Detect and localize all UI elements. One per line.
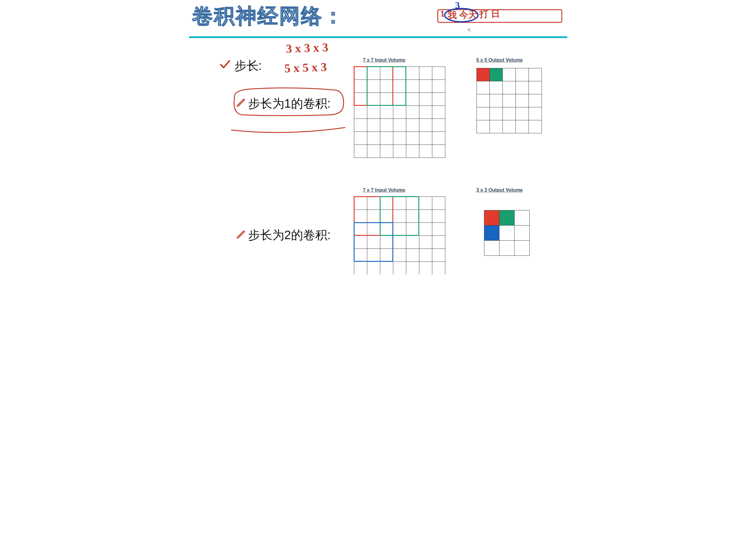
grid-cell — [406, 262, 419, 274]
grid-cell — [476, 107, 490, 120]
grid-cell — [380, 145, 393, 158]
kernel-blue — [354, 222, 393, 262]
grid-cell — [529, 107, 542, 120]
grid-cell — [406, 236, 419, 249]
filled-cell — [489, 68, 503, 81]
grid-cell — [393, 236, 406, 249]
grid-cell — [515, 107, 529, 120]
grid-cell — [354, 132, 367, 145]
grid-cell — [393, 119, 406, 132]
grid-cell — [419, 249, 432, 262]
grid-cell — [502, 94, 516, 107]
grid-cell — [432, 145, 445, 158]
grid-cell — [406, 145, 419, 158]
grid-cell — [514, 210, 530, 226]
grid-cell — [406, 80, 419, 93]
grid-cell — [432, 132, 445, 145]
grid-cell — [419, 106, 432, 119]
title-underline — [189, 36, 567, 38]
grid-cell — [393, 106, 406, 119]
filled-cell — [476, 68, 490, 81]
grid-cell — [432, 80, 445, 93]
filled-cell — [499, 210, 515, 226]
grid-cell — [502, 120, 516, 133]
grid-cell — [529, 81, 542, 94]
grid-cell — [476, 81, 490, 94]
grid-cell — [432, 106, 445, 119]
grid-cell — [432, 262, 445, 274]
bullet-stride2: 步长为2的卷积: — [248, 227, 331, 244]
grid-cell — [489, 107, 503, 120]
grid-cell — [502, 107, 516, 120]
grid-cell — [380, 119, 393, 132]
grid-cell — [514, 240, 530, 256]
grid-cell — [367, 119, 380, 132]
grid-cell — [489, 94, 503, 107]
grid-cell — [499, 240, 515, 256]
grid-cell — [406, 249, 419, 262]
grid-cell — [406, 132, 419, 145]
grid-cell — [432, 67, 445, 80]
grid-cell — [354, 119, 367, 132]
grid-input-7x7-a — [354, 67, 445, 158]
grid-cell — [515, 94, 529, 107]
page-title: 卷积神经网络： — [192, 2, 345, 30]
kernel-green — [367, 66, 406, 106]
grid-cell — [432, 119, 445, 132]
grid-cell — [432, 93, 445, 106]
grid-cell — [432, 197, 445, 210]
slide: 卷积神经网络： 3 1 我 今天 打 日 ↖ 步长: 3 x 3 x 3 5 x… — [189, 0, 567, 274]
grid-cell — [419, 223, 432, 236]
grid-cell — [489, 81, 503, 94]
check-icon — [219, 59, 231, 72]
hand-topline: 我 今天 打 日 — [447, 8, 500, 22]
grid-output-5x5 — [476, 68, 542, 133]
grid-cell — [367, 106, 380, 119]
pencil-icon-2 — [236, 229, 246, 241]
grid-cell — [484, 240, 499, 256]
grid-cell — [419, 262, 432, 274]
grid-cell — [499, 225, 515, 241]
grid-cell — [502, 81, 516, 94]
grid-cell — [367, 145, 380, 158]
cursor-icon: ↖ — [467, 27, 471, 33]
hand-dims1: 3 x 3 x 3 — [286, 40, 329, 56]
grid-cell — [529, 68, 542, 81]
grid-cell — [354, 145, 367, 158]
grid-cell — [529, 120, 542, 133]
grid-cell — [406, 106, 419, 119]
hand-dims2: 5 x 5 x 3 — [284, 60, 327, 76]
grid-cell — [476, 120, 490, 133]
grid-cell — [515, 120, 529, 133]
grid-output-3x3 — [484, 210, 529, 256]
grid-cell — [432, 210, 445, 223]
grid-cell — [406, 67, 419, 80]
grid-cell — [354, 106, 367, 119]
grid-cell — [419, 132, 432, 145]
grid-cell — [419, 119, 432, 132]
grid-cell — [393, 262, 406, 274]
grid-cell — [367, 262, 380, 274]
grid-cell — [419, 236, 432, 249]
grid-cell — [406, 119, 419, 132]
grid-cell — [393, 145, 406, 158]
grid-cell — [515, 68, 529, 81]
label-input7a: 7 x 7 Input Volume — [363, 57, 405, 63]
grid-cell — [514, 225, 530, 241]
grid-cell — [476, 94, 490, 107]
grid-cell — [380, 132, 393, 145]
grid-cell — [419, 67, 432, 80]
grid-cell — [419, 210, 432, 223]
filled-cell — [484, 225, 499, 241]
label-output3: 3 x 3 Output Volume — [476, 188, 523, 193]
grid-cell — [380, 106, 393, 119]
filled-cell — [484, 210, 499, 226]
grid-cell — [419, 93, 432, 106]
grid-cell — [393, 132, 406, 145]
grid-cell — [432, 236, 445, 249]
grid-cell — [515, 81, 529, 94]
grid-cell — [367, 132, 380, 145]
label-output5: 5 x 5 Output Volume — [476, 57, 523, 63]
grid-cell — [380, 262, 393, 274]
grid-cell — [419, 80, 432, 93]
